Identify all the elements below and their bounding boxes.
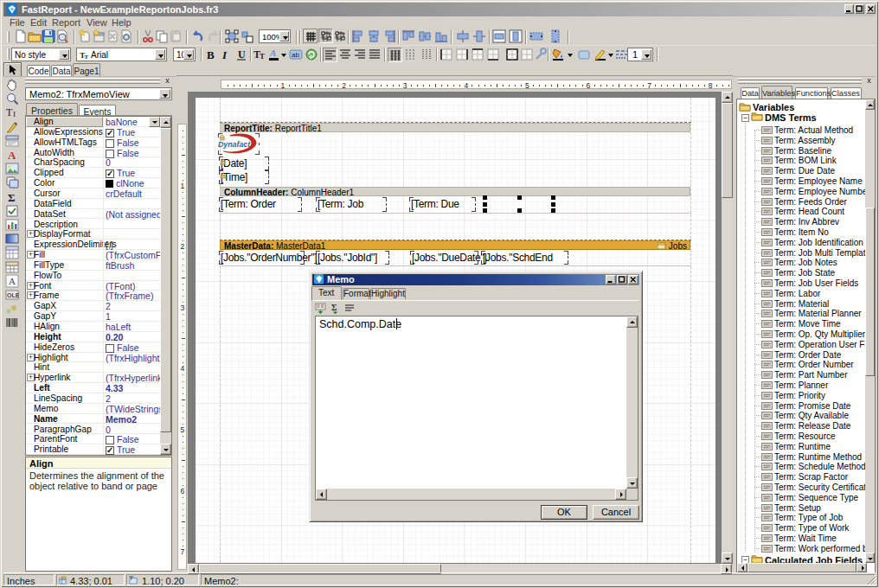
svg-text:OLE: OLE: [7, 292, 19, 298]
svg-text:B: B: [207, 48, 215, 61]
svg-text:I: I: [221, 48, 228, 61]
svg-text:ab: ab: [292, 51, 299, 59]
svg-text:A: A: [269, 48, 276, 58]
svg-text:A: A: [9, 276, 16, 286]
svg-text:I: I: [13, 110, 16, 118]
svg-text:A: A: [8, 149, 16, 162]
svg-text:Dynafact: Dynafact: [218, 140, 251, 149]
svg-text:T: T: [260, 52, 265, 61]
svg-text:Σ: Σ: [331, 303, 337, 312]
svg-text:T: T: [6, 106, 13, 118]
svg-text:Σ: Σ: [8, 191, 16, 204]
svg-text:U: U: [238, 48, 246, 61]
svg-text:T: T: [85, 54, 89, 60]
